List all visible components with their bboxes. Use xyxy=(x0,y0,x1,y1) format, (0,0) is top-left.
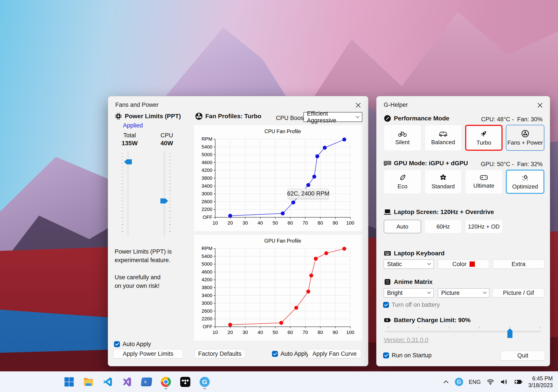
file-explorer-button[interactable] xyxy=(83,374,94,390)
tray-date: 3/18/2023 xyxy=(528,382,553,389)
svg-text:3800: 3800 xyxy=(201,285,212,290)
chevron-down-icon xyxy=(427,261,431,265)
gpu-card-icon xyxy=(384,159,391,167)
gpu-ultimate-label: Ultimate xyxy=(473,182,494,189)
anime-matrix-title: Anime Matrix xyxy=(394,278,433,285)
svg-text:10: 10 xyxy=(213,330,218,335)
cpu-slider-thumb[interactable] xyxy=(160,198,168,203)
svg-text:3800: 3800 xyxy=(201,175,212,181)
gpu-fan-profile-chart[interactable]: 102030405060708090100OFF2200260030003400… xyxy=(194,235,362,341)
mode-silent-button[interactable]: Silent xyxy=(384,125,421,151)
cpu-slider-track[interactable] xyxy=(164,151,165,236)
svg-text:10: 10 xyxy=(213,220,218,226)
turn-off-on-battery-checkbox[interactable]: Turn off on battery xyxy=(383,301,440,308)
volume-icon[interactable] xyxy=(500,379,508,385)
gauge-icon xyxy=(384,115,391,122)
battery-slider-thumb[interactable] xyxy=(507,328,513,338)
svg-text:4200: 4200 xyxy=(201,277,212,282)
screen-auto-button[interactable]: Auto xyxy=(384,220,421,233)
bicycle-icon xyxy=(398,130,407,137)
gpu-mode-header: GPU Mode: iGPU + dGPU xyxy=(384,159,468,167)
wifi-icon[interactable] xyxy=(487,379,494,385)
cpu-fan-profile-chart[interactable]: 102030405060708090100OFF2200260030003400… xyxy=(194,125,362,231)
battery-icon[interactable] xyxy=(514,379,523,385)
svg-text:20: 20 xyxy=(227,220,233,226)
running-indicator xyxy=(203,388,206,389)
mode-balanced-label: Balanced xyxy=(431,139,455,146)
svg-text:4600: 4600 xyxy=(201,269,212,275)
screen-120hz-od-button[interactable]: 120Hz + OD xyxy=(465,220,503,233)
cpu-temp-fan-status: CPU: 48°C - Fan: 30% xyxy=(481,116,543,123)
vscode-icon xyxy=(103,377,113,387)
clock[interactable]: 6:45 PM 3/18/2023 xyxy=(528,375,553,389)
svg-text:4600: 4600 xyxy=(201,160,212,165)
svg-text:GPU Fan Profile: GPU Fan Profile xyxy=(264,238,301,244)
cpu-slider-value: 40W xyxy=(157,140,177,147)
chevron-up-icon[interactable] xyxy=(443,380,449,384)
auto-apply-fan-checkbox[interactable]: Auto Apply xyxy=(272,350,309,357)
gpu-ultimate-button[interactable]: Ultimate xyxy=(465,170,503,194)
visual-studio-button[interactable] xyxy=(121,374,133,390)
svg-text:50: 50 xyxy=(273,220,278,226)
apply-fan-curve-button[interactable]: Apply Fan Curve xyxy=(308,349,361,358)
cpu-chip-icon xyxy=(115,112,122,120)
anime-mode-value: Picture xyxy=(441,290,460,296)
chrome-button[interactable] xyxy=(160,374,172,390)
chevron-down-icon xyxy=(483,290,487,294)
leaf-icon xyxy=(399,174,406,181)
gpu-mode-title: GPU Mode: iGPU + dGPU xyxy=(394,160,468,167)
anime-picture-gif-button[interactable]: Picture / Gif xyxy=(493,288,544,298)
factory-defaults-button[interactable]: Factory Defaults xyxy=(194,349,245,358)
battery-slider-track[interactable] xyxy=(385,331,541,332)
keyboard-color-button[interactable]: Color xyxy=(438,259,489,269)
svg-text:30: 30 xyxy=(243,220,248,226)
fan-icon xyxy=(195,112,203,120)
performance-mode-header: Performance Mode xyxy=(384,115,449,122)
gamepad-icon xyxy=(480,175,488,181)
gpu-standard-button[interactable]: Standard xyxy=(425,170,462,194)
vscode-button[interactable] xyxy=(102,374,114,390)
keyboard-icon xyxy=(384,250,391,257)
auto-apply-power-checkbox[interactable]: Auto Apply xyxy=(114,341,151,348)
quit-button[interactable]: Quit xyxy=(501,351,545,361)
svg-text:20: 20 xyxy=(227,330,233,335)
g-helper-taskbar-button[interactable]: G xyxy=(199,374,210,390)
checkbox-checked-icon xyxy=(114,341,120,347)
checkbox-checked-icon xyxy=(383,352,389,358)
keyboard-mode-dropdown[interactable]: Static xyxy=(384,259,434,269)
cpu-boost-dropdown[interactable]: Efficient Aggressive xyxy=(303,112,362,122)
tidal-button[interactable] xyxy=(179,374,191,390)
warning-line: Use carefully and xyxy=(115,273,161,282)
mode-balanced-button[interactable]: Balanced xyxy=(425,125,462,151)
language-indicator[interactable]: ENG xyxy=(469,379,481,385)
mode-fans-power-button[interactable]: Fans + Power xyxy=(506,125,544,151)
power-limits-warning-1: Power Limits (PPT) is experimental featu… xyxy=(115,247,172,265)
fan-profiles-title: Fan Profiles: Turbo xyxy=(205,113,262,120)
run-on-startup-checkbox[interactable]: Run on Startup xyxy=(383,352,432,359)
auto-apply-power-label: Auto Apply xyxy=(122,341,151,348)
total-slider-thumb[interactable] xyxy=(124,159,132,164)
powershell-button[interactable]: >_ xyxy=(141,374,152,390)
battery-charge-header: Battery Charge Limit: 90% xyxy=(384,317,471,324)
close-icon[interactable] xyxy=(537,102,543,108)
gpu-optimized-button[interactable]: Optimized xyxy=(506,170,544,194)
window-title: Fans and Power xyxy=(115,101,159,108)
close-icon[interactable] xyxy=(355,102,362,108)
run-on-startup-label: Run on Startup xyxy=(392,352,432,359)
apply-power-limits-button[interactable]: Apply Power Limits xyxy=(113,349,183,359)
screen-60hz-button[interactable]: 60Hz xyxy=(425,220,462,233)
anime-mode-dropdown[interactable]: Picture xyxy=(438,288,489,298)
gpu-eco-button[interactable]: Eco xyxy=(384,170,421,194)
mode-turbo-button[interactable]: Turbo xyxy=(465,125,503,151)
anime-brightness-dropdown[interactable]: Bright xyxy=(384,288,434,298)
g-helper-tray-icon[interactable]: G xyxy=(455,378,463,386)
anime-brightness-value: Bright xyxy=(387,290,403,296)
svg-text:5400: 5400 xyxy=(201,144,212,150)
start-button[interactable] xyxy=(63,374,75,390)
checkbox-checked-icon xyxy=(272,351,278,357)
svg-text:100: 100 xyxy=(346,220,355,226)
auto-apply-fan-label: Auto Apply xyxy=(280,350,309,357)
checkbox-checked-icon xyxy=(383,302,389,308)
keyboard-extra-button[interactable]: Extra xyxy=(493,259,544,269)
version-link[interactable]: Version: 0.31.0.0 xyxy=(384,337,428,343)
